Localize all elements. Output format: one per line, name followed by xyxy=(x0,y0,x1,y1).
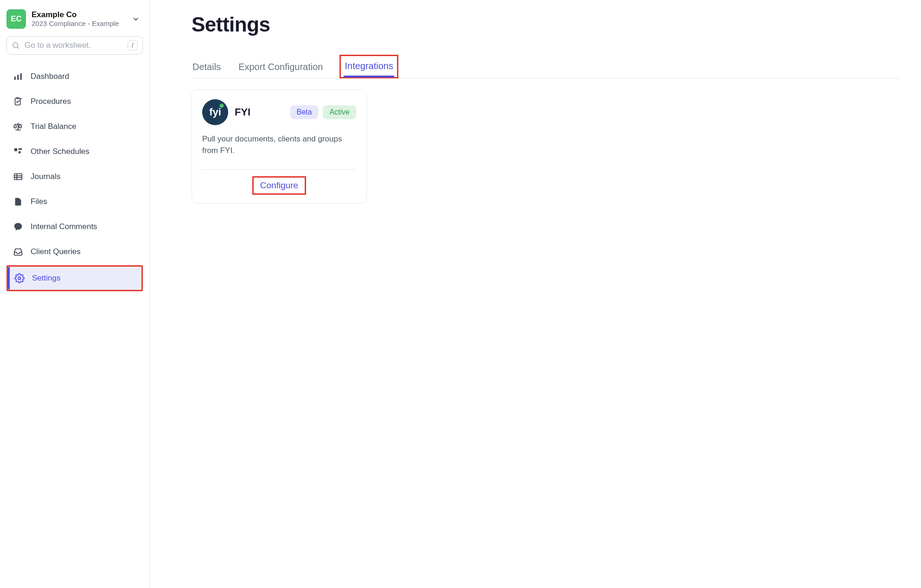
svg-line-1 xyxy=(17,47,19,48)
workspace-avatar: EC xyxy=(6,9,26,29)
svg-point-0 xyxy=(13,43,18,48)
workspace-switcher[interactable]: EC Example Co 2023 Compliance - Example xyxy=(6,6,143,32)
search-icon xyxy=(12,40,20,51)
table-rows-icon xyxy=(13,172,23,182)
settings-tabs: Details Export Configuration Integration… xyxy=(192,55,899,78)
bar-chart-icon xyxy=(13,71,23,82)
inbox-icon xyxy=(13,247,23,257)
search-shortcut-badge: / xyxy=(128,40,138,51)
sidebar: EC Example Co 2023 Compliance - Example … xyxy=(0,0,150,588)
integration-card-fyi: fyi FYI Beta Active Pull your documents,… xyxy=(192,89,367,204)
svg-rect-10 xyxy=(19,148,22,150)
gear-icon xyxy=(14,273,25,283)
sidebar-item-label: Journals xyxy=(31,172,60,181)
configure-highlight: Configure xyxy=(252,176,306,195)
configure-button[interactable]: Configure xyxy=(256,179,303,192)
svg-rect-9 xyxy=(14,148,17,151)
sidebar-nav: Dashboard Procedures Trial Balance Other… xyxy=(6,65,143,291)
sidebar-item-internal-comments[interactable]: Internal Comments xyxy=(6,215,143,238)
main-content: Settings Details Export Configuration In… xyxy=(150,0,921,588)
sidebar-item-label: Files xyxy=(31,197,47,206)
sidebar-item-label: Procedures xyxy=(31,97,71,106)
sidebar-item-label: Trial Balance xyxy=(31,122,77,131)
svg-rect-2 xyxy=(14,77,16,80)
svg-rect-4 xyxy=(20,73,22,80)
sidebar-item-settings[interactable]: Settings xyxy=(8,267,141,290)
file-icon xyxy=(13,197,23,207)
sidebar-item-trial-balance[interactable]: Trial Balance xyxy=(6,115,143,138)
fyi-logo: fyi xyxy=(202,99,228,125)
sidebar-item-dashboard[interactable]: Dashboard xyxy=(6,65,143,88)
svg-rect-11 xyxy=(19,151,21,153)
sidebar-item-client-queries[interactable]: Client Queries xyxy=(6,240,143,263)
badge-active: Active xyxy=(323,105,356,119)
sidebar-item-other-schedules[interactable]: Other Schedules xyxy=(6,140,143,163)
sidebar-search[interactable]: / xyxy=(6,36,143,55)
tab-details[interactable]: Details xyxy=(192,57,222,78)
integration-description: Pull your documents, clients and groups … xyxy=(202,134,356,156)
clipboard-check-icon xyxy=(13,96,23,107)
sidebar-item-procedures[interactable]: Procedures xyxy=(6,90,143,113)
sidebar-item-label: Dashboard xyxy=(31,72,69,81)
svg-rect-12 xyxy=(14,174,22,180)
integration-title: FYI xyxy=(235,106,250,118)
sidebar-item-label: Settings xyxy=(32,274,60,283)
sidebar-item-label: Other Schedules xyxy=(31,147,90,156)
badge-beta: Beta xyxy=(290,105,319,119)
page-title: Settings xyxy=(192,13,899,36)
balance-scale-icon xyxy=(13,121,23,132)
sidebar-item-label: Client Queries xyxy=(31,247,81,256)
sidebar-settings-highlight: Settings xyxy=(6,265,143,291)
workspace-subtitle: 2023 Compliance - Example xyxy=(32,19,126,28)
tab-integrations[interactable]: Integrations xyxy=(344,56,394,77)
chat-bubble-icon xyxy=(13,222,23,232)
svg-point-16 xyxy=(18,277,21,280)
search-input[interactable] xyxy=(25,41,123,50)
integrations-grid: fyi FYI Beta Active Pull your documents,… xyxy=(192,89,899,204)
chevron-down-icon xyxy=(132,15,140,23)
layout-blocks-icon xyxy=(13,147,23,157)
tab-integrations-highlight: Integrations xyxy=(339,55,398,78)
workspace-name: Example Co xyxy=(32,10,126,19)
tab-export-configuration[interactable]: Export Configuration xyxy=(237,57,324,78)
sidebar-item-journals[interactable]: Journals xyxy=(6,165,143,188)
svg-rect-3 xyxy=(17,75,19,80)
svg-rect-5 xyxy=(15,98,20,105)
sidebar-item-label: Internal Comments xyxy=(31,222,97,231)
svg-rect-6 xyxy=(16,97,19,99)
sidebar-item-files[interactable]: Files xyxy=(6,190,143,213)
